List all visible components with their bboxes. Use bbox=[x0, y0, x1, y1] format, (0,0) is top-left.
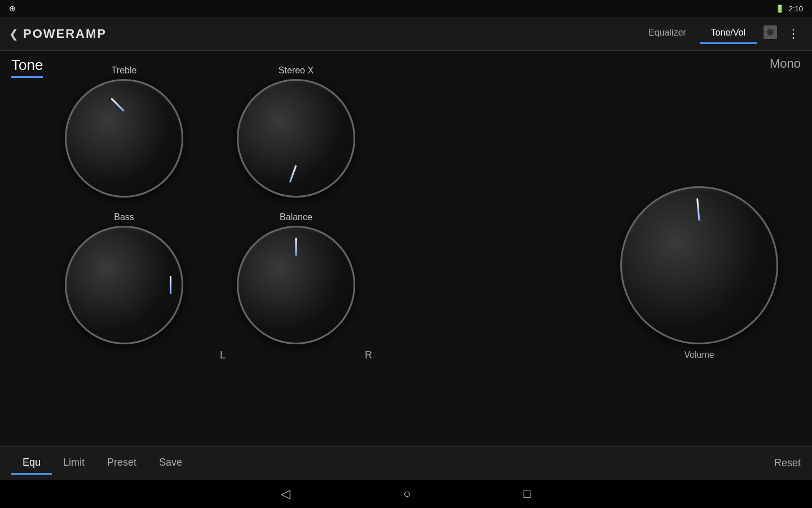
bass-knob[interactable] bbox=[65, 226, 183, 344]
bass-label: Bass bbox=[114, 212, 134, 222]
overflow-menu-button[interactable]: ⋮ bbox=[784, 23, 803, 45]
stereox-indicator bbox=[289, 165, 297, 182]
balance-indicator bbox=[295, 238, 297, 256]
tab-tonevol[interactable]: Tone/Vol bbox=[700, 23, 757, 44]
stereox-knob-container: Stereo X bbox=[237, 79, 355, 198]
main-content: Tone Mono Treble Stereo X Bass Balance bbox=[0, 51, 812, 446]
bottom-tab-equ[interactable]: Equ bbox=[11, 452, 52, 475]
bass-indicator bbox=[170, 276, 171, 294]
stereox-knob[interactable] bbox=[237, 79, 355, 198]
balance-knob-container: Balance L R bbox=[237, 226, 355, 344]
status-bar: ⊕ 🔋 2:10 bbox=[0, 0, 812, 17]
balance-right-label: R bbox=[365, 349, 372, 361]
bass-knob-container: Bass bbox=[65, 226, 183, 344]
treble-indicator bbox=[111, 98, 125, 112]
nav-bar: ◁ ○ □ bbox=[0, 480, 812, 508]
volume-label: Volume bbox=[671, 350, 727, 360]
svg-point-2 bbox=[769, 31, 771, 33]
nav-back-icon[interactable]: ◁ bbox=[281, 487, 290, 501]
volume-knob[interactable] bbox=[620, 186, 778, 344]
bottom-tab-save[interactable]: Save bbox=[148, 452, 193, 475]
reset-button[interactable]: Reset bbox=[774, 457, 801, 469]
bottom-tab-bar: Equ Limit Preset Save Reset bbox=[0, 446, 812, 480]
nav-home-icon[interactable]: ○ bbox=[403, 487, 411, 501]
app-bar-actions: Equalizer Tone/Vol ♪ ⋮ bbox=[637, 21, 803, 47]
treble-knob-container: Treble bbox=[65, 79, 183, 198]
stereox-label: Stereo X bbox=[279, 65, 314, 76]
volume-indicator bbox=[696, 198, 700, 221]
time-display: 2:10 bbox=[789, 5, 803, 13]
notification-icon: ⊕ bbox=[9, 4, 16, 13]
treble-label: Treble bbox=[112, 65, 137, 76]
tab-equalizer[interactable]: Equalizer bbox=[637, 23, 698, 44]
album-icon: ♪ bbox=[762, 24, 778, 40]
bottom-tab-limit[interactable]: Limit bbox=[52, 452, 96, 475]
treble-knob[interactable] bbox=[65, 79, 183, 198]
tone-tab-label[interactable]: Tone bbox=[11, 56, 43, 78]
status-bar-right: 🔋 2:10 bbox=[775, 5, 803, 13]
balance-knob[interactable] bbox=[237, 226, 355, 344]
bottom-tab-preset[interactable]: Preset bbox=[96, 452, 148, 475]
back-button[interactable]: ❮ bbox=[9, 27, 19, 41]
album-art-button[interactable]: ♪ bbox=[759, 21, 782, 47]
brand-name: Poweramp bbox=[23, 27, 107, 41]
battery-icon: 🔋 bbox=[775, 5, 784, 13]
app-bar: ❮ Poweramp Equalizer Tone/Vol ♪ ⋮ bbox=[0, 17, 812, 51]
balance-label: Balance bbox=[280, 212, 312, 222]
app-bar-title: ❮ Poweramp bbox=[9, 27, 637, 41]
balance-left-label: L bbox=[220, 349, 226, 361]
mono-button[interactable]: Mono bbox=[770, 56, 801, 71]
volume-knob-container: Volume bbox=[620, 186, 778, 344]
status-bar-left: ⊕ bbox=[9, 4, 16, 13]
svg-text:♪: ♪ bbox=[765, 27, 767, 30]
nav-recent-icon[interactable]: □ bbox=[524, 487, 531, 501]
